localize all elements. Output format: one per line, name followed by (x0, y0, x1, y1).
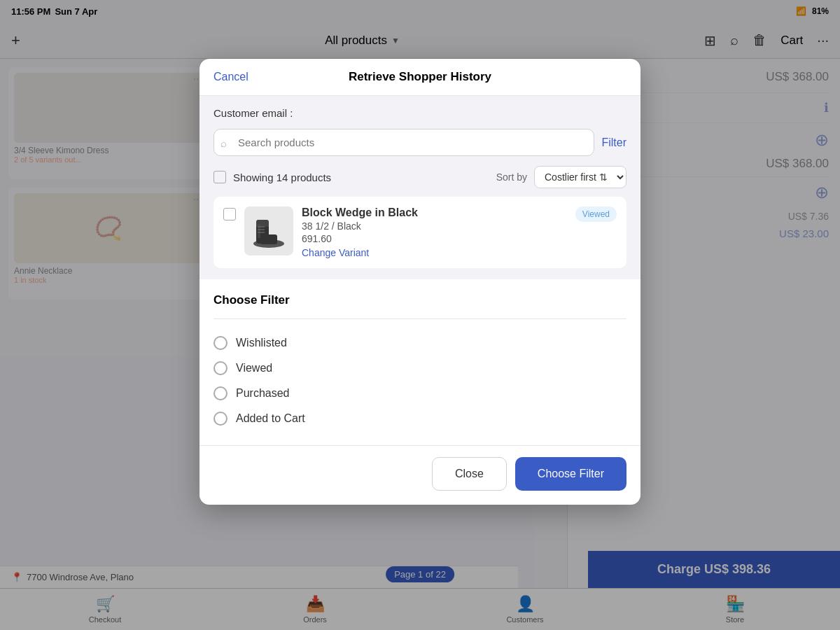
radio-wishlisted[interactable] (214, 336, 227, 350)
radio-purchased[interactable] (214, 386, 227, 400)
select-all-checkbox[interactable] (214, 171, 226, 183)
svg-rect-7 (258, 232, 265, 233)
choose-filter-title: Choose Filter (214, 293, 626, 307)
showing-row: Showing 14 products Sort by Costlier fir… (214, 166, 626, 188)
filter-button[interactable]: Filter (601, 136, 626, 149)
change-variant-button[interactable]: Change Variant (302, 247, 567, 258)
search-input[interactable] (214, 129, 594, 156)
radio-added-to-cart[interactable] (214, 412, 227, 426)
filter-label-purchased: Purchased (236, 387, 290, 400)
filter-option-viewed[interactable]: Viewed (214, 356, 626, 381)
product-result-item: Block Wedge in Black 38 1/2 / Black 691.… (214, 197, 626, 268)
modal-container: Cancel Retrieve Shopper History Customer… (200, 59, 640, 505)
filter-label-viewed: Viewed (236, 362, 272, 374)
viewed-badge: Viewed (575, 206, 617, 222)
filter-option-purchased[interactable]: Purchased (214, 381, 626, 406)
retrieve-shopper-history-panel: Cancel Retrieve Shopper History Customer… (200, 59, 640, 279)
filter-option-wishlisted[interactable]: Wishlisted (214, 330, 626, 356)
choose-filter-button[interactable]: Choose Filter (515, 457, 626, 491)
filter-divider (214, 318, 626, 319)
svg-rect-2 (260, 234, 277, 244)
product-info: Block Wedge in Black 38 1/2 / Black 691.… (302, 206, 567, 258)
search-row: ⌕ Filter (214, 129, 626, 156)
product-image (244, 206, 293, 255)
product-variant: 38 1/2 / Black (302, 220, 567, 232)
filter-label-wishlisted: Wishlisted (236, 337, 287, 349)
svg-rect-6 (258, 229, 265, 230)
product-name: Block Wedge in Black (302, 206, 567, 219)
close-button[interactable]: Close (432, 457, 507, 491)
filter-label-added-to-cart: Added to Cart (236, 412, 305, 425)
customer-email-label: Customer email : (214, 107, 626, 119)
search-icon: ⌕ (220, 136, 227, 148)
modal-title: Retrieve Shopper History (349, 70, 491, 84)
cancel-button[interactable]: Cancel (214, 71, 248, 83)
filter-option-added-to-cart[interactable]: Added to Cart (214, 406, 626, 431)
retrieve-body: Customer email : ⌕ Filter Showing 14 pro… (200, 96, 640, 279)
svg-rect-5 (258, 226, 265, 227)
product-checkbox[interactable] (223, 208, 236, 220)
sort-label: Sort by (496, 172, 527, 183)
filter-buttons: Close Choose Filter (200, 445, 640, 505)
choose-filter-panel: Choose Filter Wishlisted Viewed Purchase… (200, 279, 640, 445)
retrieve-header: Cancel Retrieve Shopper History (200, 59, 640, 96)
product-price: 691.60 (302, 233, 567, 244)
showing-count: Showing 14 products (233, 172, 489, 183)
search-input-wrapper: ⌕ (214, 129, 594, 156)
sort-select[interactable]: Costlier first ⇅ Cheaper first A-Z Z-A (534, 166, 626, 188)
radio-viewed[interactable] (214, 361, 227, 375)
